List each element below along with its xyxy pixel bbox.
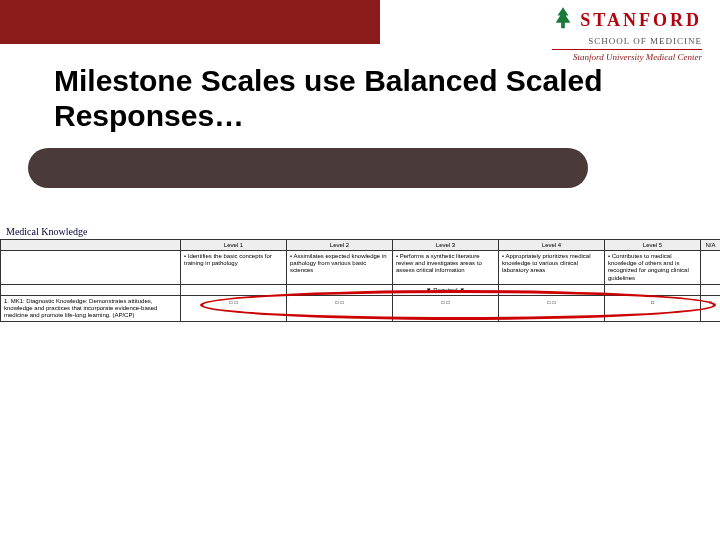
rating-option[interactable]: ☐ bbox=[446, 298, 450, 305]
title-underline-shape bbox=[28, 148, 588, 188]
university-name: STANFORD bbox=[580, 10, 702, 31]
milestone-table: Level 1 Level 2 Level 3 Level 4 Level 5 … bbox=[0, 239, 720, 322]
rating-option[interactable]: ☐ bbox=[441, 298, 445, 305]
branding-block: STANFORD SCHOOL OF MEDICINE Stanford Uni… bbox=[552, 6, 702, 62]
level-descriptor: • Appropriately prioritizes medical know… bbox=[499, 251, 605, 285]
level-header: N/A bbox=[701, 240, 721, 251]
rating-option[interactable]: ☐ bbox=[552, 298, 556, 305]
slide: STANFORD SCHOOL OF MEDICINE Stanford Uni… bbox=[0, 0, 720, 540]
level-header-row: Level 1 Level 2 Level 3 Level 4 Level 5 … bbox=[1, 240, 721, 251]
tagline: Stanford University Medical Center bbox=[552, 52, 702, 62]
rating-option[interactable]: ☐ bbox=[709, 298, 713, 305]
item-label: 1. MK1: Diagnostic Knowledge: Demonstrat… bbox=[1, 295, 181, 322]
level-descriptor: • Performs a synthetic literature review… bbox=[393, 251, 499, 285]
descriptor-row: • Identifies the basic concepts for trai… bbox=[1, 251, 721, 285]
rating-option[interactable]: ☐ bbox=[234, 298, 238, 305]
rating-row: 1. MK1: Diagnostic Knowledge: Demonstrat… bbox=[1, 295, 721, 322]
top-accent-bar bbox=[0, 0, 380, 44]
rating-option[interactable]: ☐ bbox=[340, 298, 344, 305]
rating-option[interactable]: ☐ bbox=[335, 298, 339, 305]
section-header: Medical Knowledge bbox=[0, 224, 720, 239]
level-descriptor: • Contributes to medical knowledge of ot… bbox=[605, 251, 701, 285]
level-header: Level 4 bbox=[499, 240, 605, 251]
milestone-table-embed: Medical Knowledge Level 1 Level 2 Level … bbox=[0, 224, 720, 322]
rating-option[interactable]: ☐ bbox=[651, 298, 655, 305]
level-header: Level 2 bbox=[287, 240, 393, 251]
level-header: Level 5 bbox=[605, 240, 701, 251]
level-descriptor: • Identifies the basic concepts for trai… bbox=[181, 251, 287, 285]
logo-rule bbox=[552, 49, 702, 50]
required-marker: ▼ Required ▼ bbox=[393, 284, 499, 295]
required-marker-row: ▼ Required ▼ bbox=[1, 284, 721, 295]
tree-icon bbox=[552, 6, 574, 34]
slide-title: Milestone Scales use Balanced Scaled Res… bbox=[54, 64, 680, 133]
rating-option[interactable]: ☐ bbox=[229, 298, 233, 305]
level-descriptor: • Assimilates expected knowledge in path… bbox=[287, 251, 393, 285]
level-header: Level 3 bbox=[393, 240, 499, 251]
level-header: Level 1 bbox=[181, 240, 287, 251]
school-name: SCHOOL OF MEDICINE bbox=[552, 36, 702, 46]
rating-option[interactable]: ☐ bbox=[547, 298, 551, 305]
